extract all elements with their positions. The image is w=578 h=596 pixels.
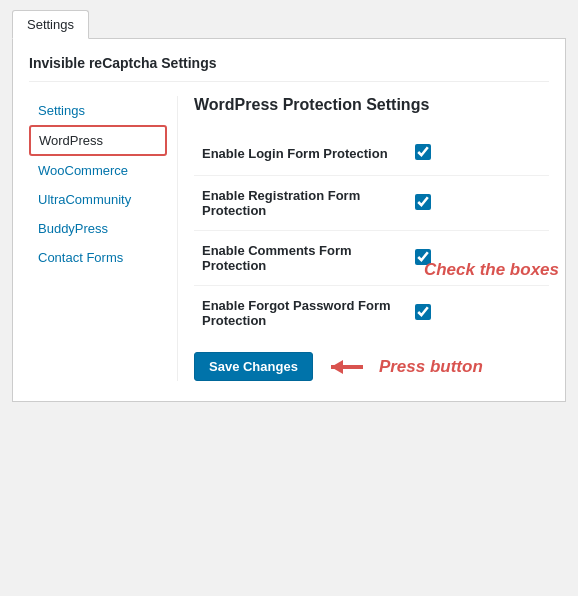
table-row: Enable Registration Form Protection [194, 176, 549, 231]
settings-tab[interactable]: Settings [12, 10, 89, 39]
forgot-form-cell [407, 286, 549, 341]
registration-form-checkbox[interactable] [415, 194, 431, 210]
main-panel: Invisible reCaptcha Settings Settings Wo… [12, 39, 566, 402]
registration-form-cell [407, 176, 549, 231]
table-row: Enable Forgot Password Form Protection [194, 286, 549, 341]
table-row: Enable Login Form Protection [194, 132, 549, 176]
press-button-label: Press button [379, 357, 483, 377]
outer-wrapper: Settings Invisible reCaptcha Settings Se… [0, 0, 578, 596]
settings-table: Enable Login Form Protection Enable Regi… [194, 132, 549, 340]
login-form-label: Enable Login Form Protection [194, 132, 407, 176]
registration-form-label: Enable Registration Form Protection [194, 176, 407, 231]
sidebar-item-settings[interactable]: Settings [29, 96, 167, 125]
login-form-checkbox[interactable] [415, 144, 431, 160]
forgot-form-label: Enable Forgot Password Form Protection [194, 286, 407, 341]
plugin-title: Invisible reCaptcha Settings [29, 55, 549, 82]
press-button-annotation: Press button [331, 357, 483, 377]
sidebar-item-wordpress[interactable]: WordPress [29, 125, 167, 156]
save-row: Save Changes Press button [194, 340, 549, 381]
section-title: WordPress Protection Settings [194, 96, 549, 114]
sidebar-item-woocommerce[interactable]: WooCommerce [29, 156, 167, 185]
sidebar-item-contactforms[interactable]: Contact Forms [29, 243, 167, 272]
content-area: Settings WordPress WooCommerce UltraComm… [29, 96, 549, 381]
arrow-icon [331, 359, 371, 375]
login-form-cell [407, 132, 549, 176]
forgot-form-checkbox[interactable] [415, 304, 431, 320]
tab-bar: Settings [12, 10, 566, 39]
sidebar-item-buddypress[interactable]: BuddyPress [29, 214, 167, 243]
save-changes-button[interactable]: Save Changes [194, 352, 313, 381]
main-content: WordPress Protection Settings Enable Log… [177, 96, 549, 381]
check-boxes-annotation: Check the boxes [424, 260, 559, 280]
sidebar-item-ultracommunity[interactable]: UltraCommunity [29, 185, 167, 214]
sidebar: Settings WordPress WooCommerce UltraComm… [29, 96, 177, 381]
